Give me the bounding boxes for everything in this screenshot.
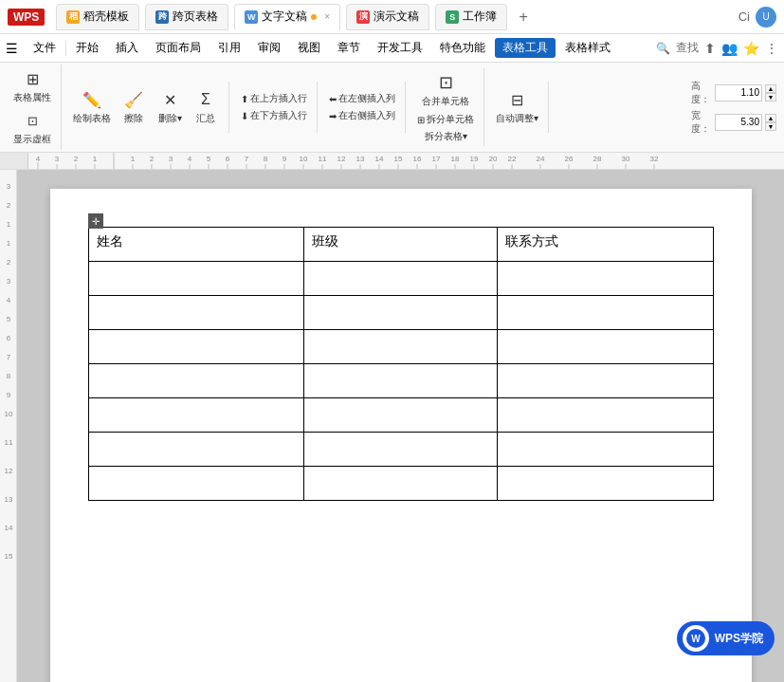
height-up[interactable]: ▲: [765, 84, 776, 93]
menu-shitu[interactable]: 视图: [290, 38, 328, 58]
menu-biagegongju[interactable]: 表格工具: [495, 38, 556, 58]
share-icon[interactable]: ⬆: [704, 41, 716, 56]
btn-merge-cells[interactable]: ⊡ 合并单元格: [418, 70, 473, 110]
cell-name-4[interactable]: [88, 364, 303, 398]
cell-contact-7[interactable]: [498, 467, 713, 501]
menu-kaishi[interactable]: 开始: [68, 38, 106, 58]
btn-split-table[interactable]: 拆分表格▾: [421, 129, 471, 144]
menu-charu[interactable]: 插入: [108, 38, 146, 58]
menu-tese[interactable]: 特色功能: [432, 38, 493, 58]
svg-text:9: 9: [7, 391, 11, 399]
width-label: 宽度：: [691, 109, 712, 136]
main-area: 3 2 1 1 2 3 4 5 6 7 8 9 10 11 12 13 14 1…: [0, 170, 784, 682]
daoke-icon: 稻: [66, 10, 80, 24]
svg-text:24: 24: [537, 155, 545, 163]
width-input[interactable]: [715, 114, 762, 131]
more-icon[interactable]: ⋮: [765, 41, 778, 56]
menu-yinyong[interactable]: 引用: [210, 38, 248, 58]
wps-badge[interactable]: W WPS学院: [677, 621, 775, 655]
menu-file[interactable]: 文件: [26, 38, 64, 58]
svg-text:3: 3: [7, 182, 11, 191]
cell-name-5[interactable]: [88, 398, 303, 433]
menu-biagestyle[interactable]: 表格样式: [557, 38, 618, 58]
btn-insert-row-below[interactable]: ⬇ 在下方插入行: [237, 108, 311, 123]
summary-label: 汇总: [196, 112, 215, 125]
btn-show-virtual[interactable]: ⊡ 显示虚框: [9, 108, 55, 148]
table-move-handle[interactable]: ✛: [88, 213, 103, 229]
btn-table-properties[interactable]: ⊞ 表格属性: [9, 66, 55, 106]
cell-class-7[interactable]: [303, 467, 498, 501]
height-down[interactable]: ▼: [765, 93, 776, 101]
avatar[interactable]: U: [756, 7, 776, 28]
summary-icon: Σ: [195, 89, 216, 110]
header-contact[interactable]: 联系方式: [498, 228, 713, 262]
draw-icon: ✏️: [82, 89, 102, 110]
document-page: ✛ 姓名 班级 联系方式: [50, 189, 752, 682]
btn-auto-adjust[interactable]: ⊟ 自动调整▾: [492, 87, 542, 127]
table-header-row: 姓名 班级 联系方式: [88, 228, 713, 262]
cell-class-4[interactable]: [303, 364, 498, 398]
width-up[interactable]: ▲: [765, 114, 776, 122]
add-tab-button[interactable]: +: [513, 7, 534, 28]
collab-icon[interactable]: 👥: [721, 41, 738, 56]
width-down[interactable]: ▼: [765, 122, 776, 131]
search-label[interactable]: 查找: [676, 40, 699, 56]
menu-bar: ☰ 文件 开始 插入 页面布局 引用 审阅 视图 章节 开发工具 特色功能 表格…: [0, 34, 784, 63]
draw-label: 绘制表格: [73, 112, 111, 125]
btn-insert-col-right[interactable]: ➡ 在右侧插入列: [325, 108, 399, 123]
cell-name-1[interactable]: [88, 262, 303, 296]
cell-name-7[interactable]: [88, 467, 303, 501]
cell-name-2[interactable]: [88, 296, 303, 330]
table-properties-icon: ⊞: [22, 68, 43, 89]
height-input[interactable]: [715, 84, 762, 101]
tab-daoke[interactable]: 稻 稻壳模板: [56, 4, 139, 30]
btn-insert-col-left[interactable]: ⬅ 在左侧插入列: [325, 91, 399, 106]
menu-kaifa[interactable]: 开发工具: [370, 38, 430, 58]
header-class[interactable]: 班级: [303, 228, 498, 262]
wenzi-close[interactable]: ×: [324, 11, 330, 22]
cell-class-6[interactable]: [303, 433, 498, 467]
tab-yanshi[interactable]: 演 演示文稿: [346, 4, 429, 30]
btn-split-cells[interactable]: ⊞ 拆分单元格: [413, 112, 478, 127]
wenzi-icon: W: [245, 10, 258, 24]
bookmark-icon[interactable]: ⭐: [743, 41, 759, 56]
svg-text:3: 3: [169, 155, 173, 163]
btn-draw-table[interactable]: ✏️ 绘制表格: [69, 87, 115, 127]
cell-contact-2[interactable]: [498, 296, 713, 330]
erase-icon: 🧹: [123, 89, 144, 110]
table-properties-label: 表格属性: [13, 91, 51, 104]
menu-yemian[interactable]: 页面布局: [148, 38, 209, 58]
cell-class-1[interactable]: [303, 262, 498, 296]
cell-contact-1[interactable]: [498, 262, 713, 296]
cell-contact-3[interactable]: [498, 330, 713, 364]
btn-erase[interactable]: 🧹 擦除: [117, 87, 151, 127]
yanshi-icon: 演: [356, 10, 370, 24]
btn-delete[interactable]: ✕ 删除▾: [153, 87, 187, 127]
hamburger-menu[interactable]: ☰: [6, 41, 18, 56]
svg-text:10: 10: [300, 155, 308, 163]
tab-kuaye[interactable]: 跨 跨页表格: [145, 4, 228, 30]
cell-name-6[interactable]: [88, 433, 303, 467]
tab-gongzuobu[interactable]: S 工作簿: [435, 4, 507, 30]
btn-insert-row-above[interactable]: ⬆ 在上方插入行: [237, 91, 311, 106]
toolbar-group-auto: ⊟ 自动调整▾: [486, 82, 549, 133]
header-name[interactable]: 姓名: [88, 228, 303, 262]
svg-text:15: 15: [5, 552, 13, 561]
cell-name-3[interactable]: [88, 330, 303, 364]
cell-contact-4[interactable]: [498, 364, 713, 398]
merge-label: 合并单元格: [422, 95, 469, 108]
cell-contact-5[interactable]: [498, 398, 713, 433]
svg-rect-0: [28, 153, 784, 170]
tab-wenzi[interactable]: W 文字文稿 ×: [234, 4, 340, 30]
menu-shenyue[interactable]: 审阅: [250, 38, 288, 58]
delete-label: 删除▾: [158, 112, 182, 125]
cell-contact-6[interactable]: [498, 433, 713, 467]
cell-class-5[interactable]: [303, 398, 498, 433]
cell-class-2[interactable]: [303, 296, 498, 330]
ruler-corner: [0, 153, 28, 170]
menu-zhangjie[interactable]: 章节: [330, 38, 368, 58]
btn-summary[interactable]: Σ 汇总: [189, 87, 223, 127]
cell-class-3[interactable]: [303, 330, 498, 364]
svg-text:4: 4: [36, 155, 41, 163]
svg-text:11: 11: [319, 155, 327, 163]
